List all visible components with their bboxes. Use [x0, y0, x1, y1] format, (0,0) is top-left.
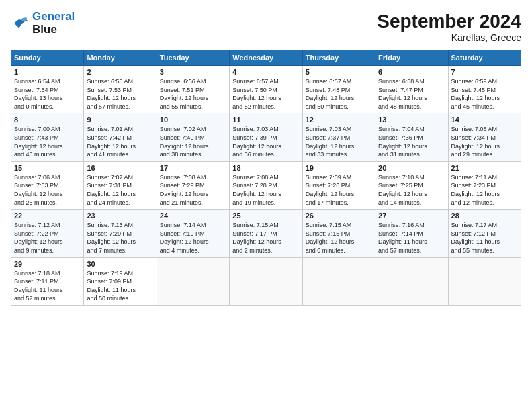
- sunrise-label: Sunrise: 6:58 AM: [378, 77, 445, 86]
- table-row: 13 Sunrise: 7:04 AM Sunset: 7:36 PM Dayl…: [375, 113, 448, 161]
- day-info: Sunrise: 7:07 AM Sunset: 7:31 PM Dayligh…: [87, 173, 153, 207]
- sunrise-label: Sunrise: 7:06 AM: [14, 173, 81, 182]
- table-row: 30 Sunrise: 7:19 AM Sunset: 7:09 PM Dayl…: [84, 257, 157, 305]
- table-row: 25 Sunrise: 7:15 AM Sunset: 7:17 PM Dayl…: [230, 210, 302, 257]
- sunset-label: Sunset: 7:34 PM: [451, 134, 518, 142]
- sunset-label: Sunset: 7:47 PM: [378, 86, 445, 95]
- sunset-label: Sunset: 7:50 PM: [232, 86, 299, 95]
- day-number: 2: [87, 68, 153, 76]
- daylight-label: Daylight: 12 hoursand 0 minutes.: [306, 238, 372, 255]
- daylight-label: Daylight: 12 hoursand 21 minutes.: [160, 190, 226, 207]
- daylight-label: Daylight: 12 hoursand 57 minutes.: [87, 94, 153, 111]
- table-row: 2 Sunrise: 6:55 AM Sunset: 7:53 PM Dayli…: [84, 66, 157, 113]
- daylight-label: Daylight: 12 hoursand 14 minutes.: [378, 190, 445, 207]
- day-info: Sunrise: 7:05 AM Sunset: 7:34 PM Dayligh…: [451, 125, 518, 158]
- calendar-title: September 2024: [377, 11, 521, 32]
- day-info: Sunrise: 7:09 AM Sunset: 7:26 PM Dayligh…: [306, 173, 372, 207]
- day-info: Sunrise: 6:58 AM Sunset: 7:47 PM Dayligh…: [378, 77, 445, 111]
- sunrise-label: Sunrise: 6:54 AM: [14, 77, 81, 86]
- sunset-label: Sunset: 7:20 PM: [87, 230, 153, 238]
- daylight-label: Daylight: 12 hoursand 48 minutes.: [378, 94, 445, 111]
- logo: General Blue: [11, 11, 75, 36]
- sunset-label: Sunset: 7:28 PM: [232, 181, 299, 190]
- day-number: 22: [14, 212, 81, 220]
- day-number: 7: [451, 68, 518, 76]
- sunrise-label: Sunrise: 6:56 AM: [160, 77, 226, 86]
- daylight-label: Daylight: 12 hoursand 45 minutes.: [451, 94, 518, 111]
- sunrise-label: Sunrise: 7:17 AM: [451, 221, 518, 230]
- sunrise-label: Sunrise: 6:57 AM: [306, 77, 372, 86]
- daylight-label: Daylight: 12 hoursand 26 minutes.: [14, 190, 81, 207]
- day-info: Sunrise: 7:11 AM Sunset: 7:23 PM Dayligh…: [451, 173, 518, 207]
- table-row: 5 Sunrise: 6:57 AM Sunset: 7:48 PM Dayli…: [302, 66, 375, 113]
- day-number: 4: [232, 68, 299, 76]
- sunset-label: Sunset: 7:12 PM: [451, 230, 518, 238]
- header: General Blue September 2024 Karellas, Gr…: [11, 11, 521, 43]
- day-info: Sunrise: 7:13 AM Sunset: 7:20 PM Dayligh…: [87, 221, 153, 255]
- day-number: 15: [14, 164, 81, 172]
- daylight-label: Daylight: 11 hoursand 52 minutes.: [14, 286, 81, 303]
- calendar-week-row: 22 Sunrise: 7:12 AM Sunset: 7:22 PM Dayl…: [11, 210, 521, 257]
- table-row: 1 Sunrise: 6:54 AM Sunset: 7:54 PM Dayli…: [11, 66, 84, 113]
- title-block: September 2024 Karellas, Greece: [377, 11, 521, 43]
- logo-general: General: [32, 10, 75, 23]
- col-tuesday: Tuesday: [157, 50, 229, 66]
- day-info: Sunrise: 7:10 AM Sunset: 7:25 PM Dayligh…: [378, 173, 445, 207]
- day-number: 16: [87, 164, 153, 172]
- col-monday: Monday: [84, 50, 157, 66]
- sunset-label: Sunset: 7:40 PM: [160, 134, 226, 142]
- day-number: 23: [87, 212, 153, 220]
- table-row: 4 Sunrise: 6:57 AM Sunset: 7:50 PM Dayli…: [230, 66, 302, 113]
- sunset-label: Sunset: 7:54 PM: [14, 86, 81, 95]
- daylight-label: Daylight: 12 hoursand 33 minutes.: [306, 142, 372, 159]
- table-row: 20 Sunrise: 7:10 AM Sunset: 7:25 PM Dayl…: [375, 161, 448, 209]
- daylight-label: Daylight: 12 hoursand 31 minutes.: [378, 142, 445, 159]
- day-number: 3: [160, 68, 226, 76]
- sunrise-label: Sunrise: 7:12 AM: [14, 221, 81, 230]
- sunset-label: Sunset: 7:53 PM: [87, 86, 153, 95]
- daylight-label: Daylight: 12 hoursand 50 minutes.: [306, 94, 372, 111]
- daylight-label: Daylight: 12 hoursand 52 minutes.: [232, 94, 299, 111]
- sunrise-label: Sunrise: 7:19 AM: [87, 269, 153, 278]
- sunrise-label: Sunrise: 7:07 AM: [87, 173, 153, 182]
- day-info: Sunrise: 6:56 AM Sunset: 7:51 PM Dayligh…: [160, 77, 226, 111]
- table-row: [448, 257, 521, 305]
- daylight-label: Daylight: 12 hoursand 41 minutes.: [87, 142, 153, 159]
- day-info: Sunrise: 7:16 AM Sunset: 7:14 PM Dayligh…: [378, 221, 445, 255]
- day-number: 25: [232, 212, 299, 220]
- table-row: 27 Sunrise: 7:16 AM Sunset: 7:14 PM Dayl…: [375, 210, 448, 257]
- sunrise-label: Sunrise: 7:08 AM: [232, 173, 299, 182]
- daylight-label: Daylight: 12 hoursand 17 minutes.: [306, 190, 372, 207]
- day-number: 1: [14, 68, 81, 76]
- header-row: Sunday Monday Tuesday Wednesday Thursday…: [11, 50, 521, 66]
- sunset-label: Sunset: 7:31 PM: [87, 181, 153, 190]
- page: General Blue September 2024 Karellas, Gr…: [0, 0, 532, 411]
- daylight-label: Daylight: 12 hoursand 24 minutes.: [87, 190, 153, 207]
- sunrise-label: Sunrise: 7:02 AM: [160, 125, 226, 134]
- table-row: 7 Sunrise: 6:59 AM Sunset: 7:45 PM Dayli…: [448, 66, 521, 113]
- sunrise-label: Sunrise: 7:11 AM: [451, 173, 518, 182]
- sunset-label: Sunset: 7:23 PM: [451, 181, 518, 190]
- day-number: 13: [378, 116, 445, 124]
- col-thursday: Thursday: [302, 50, 375, 66]
- day-number: 20: [378, 164, 445, 172]
- table-row: [302, 257, 375, 305]
- daylight-label: Daylight: 12 hoursand 2 minutes.: [232, 238, 299, 255]
- table-row: 12 Sunrise: 7:03 AM Sunset: 7:37 PM Dayl…: [302, 113, 375, 161]
- daylight-label: Daylight: 12 hoursand 4 minutes.: [160, 238, 226, 255]
- sunrise-label: Sunrise: 7:15 AM: [306, 221, 372, 230]
- sunrise-label: Sunrise: 6:57 AM: [232, 77, 299, 86]
- day-number: 10: [160, 116, 226, 124]
- table-row: 17 Sunrise: 7:08 AM Sunset: 7:29 PM Dayl…: [157, 161, 229, 209]
- table-row: 24 Sunrise: 7:14 AM Sunset: 7:19 PM Dayl…: [157, 210, 229, 257]
- day-info: Sunrise: 7:15 AM Sunset: 7:17 PM Dayligh…: [232, 221, 299, 255]
- sunset-label: Sunset: 7:42 PM: [87, 134, 153, 142]
- sunset-label: Sunset: 7:43 PM: [14, 134, 81, 142]
- day-number: 9: [87, 116, 153, 124]
- day-number: 30: [87, 260, 153, 268]
- daylight-label: Daylight: 12 hoursand 12 minutes.: [451, 190, 518, 207]
- sunrise-label: Sunrise: 7:16 AM: [378, 221, 445, 230]
- col-saturday: Saturday: [448, 50, 521, 66]
- sunset-label: Sunset: 7:37 PM: [306, 134, 372, 142]
- sunset-label: Sunset: 7:29 PM: [160, 181, 226, 190]
